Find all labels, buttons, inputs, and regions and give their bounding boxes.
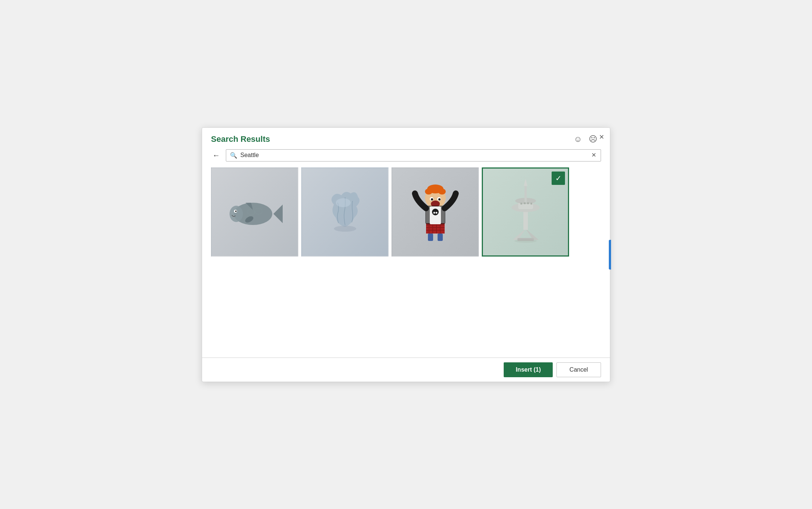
selected-check-badge: ✓ <box>552 172 565 185</box>
svg-marker-48 <box>524 179 527 186</box>
search-clear-button[interactable]: ✕ <box>591 152 597 158</box>
svg-point-9 <box>336 198 351 207</box>
svg-point-31 <box>438 198 441 200</box>
dialog-footer: Insert (1) Cancel <box>202 358 610 382</box>
result-image-blob <box>302 168 388 256</box>
result-item-blob[interactable] <box>301 167 389 257</box>
happy-feedback-button[interactable]: ☺ <box>573 134 583 144</box>
result-image-fish <box>212 168 298 256</box>
svg-rect-51 <box>527 202 529 204</box>
svg-rect-38 <box>428 234 433 241</box>
search-results-dialog: × Search Results ☺ ☹ ← 🔍 ✕ <box>202 127 610 382</box>
cancel-button[interactable]: Cancel <box>556 362 601 377</box>
result-item-figure[interactable] <box>392 167 479 257</box>
svg-point-10 <box>334 226 356 232</box>
feedback-icons: ☺ ☹ <box>573 134 598 144</box>
results-area: ✓ <box>202 166 610 358</box>
close-button[interactable]: × <box>599 133 604 141</box>
svg-point-35 <box>432 209 439 215</box>
svg-rect-50 <box>524 202 526 204</box>
sad-feedback-button[interactable]: ☹ <box>588 134 598 144</box>
result-image-figure <box>392 168 478 256</box>
search-input[interactable] <box>240 152 588 159</box>
svg-point-4 <box>235 211 237 212</box>
svg-rect-39 <box>438 234 443 241</box>
dialog-header: Search Results ☺ ☹ <box>202 128 610 148</box>
svg-rect-52 <box>530 203 532 205</box>
svg-point-30 <box>431 198 433 200</box>
search-box: 🔍 ✕ <box>226 149 601 161</box>
svg-point-37 <box>435 212 437 213</box>
dialog-title: Search Results <box>211 134 270 144</box>
results-grid: ✓ <box>211 167 601 257</box>
svg-point-26 <box>425 189 432 195</box>
svg-marker-1 <box>273 205 283 223</box>
result-item-fish[interactable] <box>211 167 298 257</box>
svg-point-27 <box>438 189 446 195</box>
svg-point-2 <box>230 206 243 222</box>
svg-point-36 <box>433 212 435 213</box>
svg-rect-49 <box>520 203 522 205</box>
svg-point-53 <box>514 239 537 243</box>
insert-button[interactable]: Insert (1) <box>504 362 553 377</box>
accent-bar <box>609 240 611 270</box>
svg-rect-47 <box>524 184 527 203</box>
search-row: ← 🔍 ✕ <box>202 148 610 166</box>
search-icon: 🔍 <box>230 152 237 159</box>
back-button[interactable]: ← <box>211 150 221 160</box>
result-item-tower[interactable]: ✓ <box>482 167 569 257</box>
